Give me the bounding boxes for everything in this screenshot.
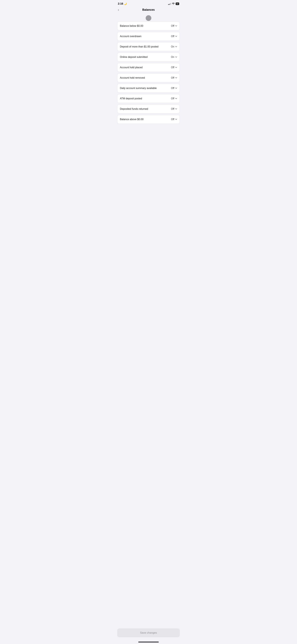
settings-label-deposited-funds-returned: Deposited funds returned: [120, 108, 148, 110]
settings-value-atm-deposit-posted: Off: [171, 97, 177, 100]
chevron-down-icon-account-hold-placed: [175, 66, 177, 68]
chevron-down-icon-balance-below: [175, 25, 177, 27]
settings-value-deposit-more-than: On: [171, 45, 177, 48]
content-spacer: [115, 125, 182, 626]
settings-value-text-atm-deposit-posted: Off: [171, 97, 174, 100]
scroll-indicator: [115, 14, 182, 22]
settings-item-account-hold-removed[interactable]: Account hold removedOff: [117, 74, 180, 82]
settings-value-text-deposited-funds-returned: Off: [171, 108, 174, 110]
status-right-icons: 54: [168, 2, 179, 5]
settings-value-text-account-overdrawn: Off: [171, 35, 174, 38]
settings-item-online-deposit-submitted[interactable]: Online deposit submittedOn: [117, 53, 180, 62]
settings-value-text-deposit-more-than: On: [171, 45, 174, 48]
settings-value-text-balance-below: Off: [171, 24, 174, 27]
battery-icon: 54: [176, 2, 179, 5]
settings-value-text-account-hold-placed: Off: [171, 66, 174, 69]
settings-item-deposit-more-than[interactable]: Deposit of more than $1.00 postedOn: [117, 42, 180, 51]
chevron-down-icon-atm-deposit-posted: [175, 98, 177, 100]
settings-value-balance-above: Off: [171, 118, 177, 121]
settings-label-account-overdrawn: Account overdrawn: [120, 35, 141, 38]
settings-item-account-overdrawn[interactable]: Account overdrawnOff: [117, 32, 180, 41]
settings-value-account-overdrawn: Off: [171, 35, 177, 38]
home-indicator: [115, 640, 182, 644]
save-button-container: Save changes: [115, 626, 182, 640]
settings-value-text-balance-above: Off: [171, 118, 174, 121]
settings-label-online-deposit-submitted: Online deposit submitted: [120, 56, 148, 58]
settings-value-text-online-deposit-submitted: On: [171, 56, 174, 58]
settings-value-daily-account-summary: Off: [171, 87, 177, 90]
chevron-down-icon-account-overdrawn: [175, 35, 177, 38]
settings-value-text-daily-account-summary: Off: [171, 87, 174, 90]
scroll-dot: [146, 15, 151, 21]
back-button[interactable]: ‹: [118, 8, 119, 12]
settings-item-account-hold-placed[interactable]: Account hold placedOff: [117, 63, 180, 72]
moon-icon: 🌙: [124, 2, 127, 5]
settings-item-atm-deposit-posted[interactable]: ATM deposit postedOff: [117, 94, 180, 103]
settings-value-account-hold-removed: Off: [171, 76, 177, 79]
status-time: 2:16 🌙: [118, 2, 127, 5]
signal-icon: [168, 3, 171, 5]
chevron-down-icon-account-hold-removed: [175, 77, 177, 79]
settings-label-balance-below: Balance below $0.00: [120, 24, 143, 27]
time-display: 2:16: [118, 2, 123, 5]
page-title: Balances: [142, 8, 155, 12]
settings-value-account-hold-placed: Off: [171, 66, 177, 69]
settings-value-deposited-funds-returned: Off: [171, 108, 177, 110]
settings-list: Balance below $0.00OffAccount overdrawnO…: [115, 22, 182, 125]
settings-value-balance-below: Off: [171, 24, 177, 27]
chevron-down-icon-online-deposit-submitted: [175, 56, 177, 58]
chevron-down-icon-deposited-funds-returned: [175, 108, 177, 110]
chevron-down-icon-deposit-more-than: [175, 46, 177, 48]
save-changes-button[interactable]: Save changes: [117, 628, 180, 637]
settings-value-text-account-hold-removed: Off: [171, 76, 174, 79]
settings-label-deposit-more-than: Deposit of more than $1.00 posted: [120, 45, 159, 48]
chevron-down-icon-balance-above: [175, 118, 177, 120]
settings-label-account-hold-removed: Account hold removed: [120, 76, 145, 79]
settings-item-deposited-funds-returned[interactable]: Deposited funds returnedOff: [117, 104, 180, 113]
chevron-down-icon-daily-account-summary: [175, 87, 177, 89]
wifi-icon: [172, 2, 175, 5]
settings-label-atm-deposit-posted: ATM deposit posted: [120, 97, 142, 100]
settings-label-daily-account-summary: Daily account summary available: [120, 87, 157, 90]
settings-item-daily-account-summary[interactable]: Daily account summary availableOff: [117, 84, 180, 92]
settings-value-online-deposit-submitted: On: [171, 56, 177, 58]
settings-label-account-hold-placed: Account hold placed: [120, 66, 143, 69]
status-bar: 2:16 🌙 54: [115, 0, 182, 6]
settings-item-balance-above[interactable]: Balance above $0.00Off: [117, 115, 180, 124]
settings-item-balance-below[interactable]: Balance below $0.00Off: [117, 22, 180, 30]
home-bar: [138, 642, 159, 642]
nav-header: ‹ Balances: [115, 6, 182, 14]
settings-label-balance-above: Balance above $0.00: [120, 118, 143, 121]
